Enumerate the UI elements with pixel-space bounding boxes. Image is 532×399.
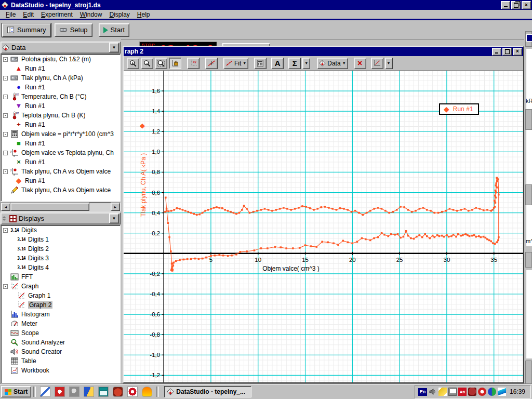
- tray-icon-z[interactable]: [498, 388, 506, 396]
- datastudio-task-button[interactable]: DataStudio - tepelny_...: [164, 386, 251, 397]
- tree-expander[interactable]: -: [3, 113, 8, 118]
- tray-icon-pencil[interactable]: [438, 388, 447, 396]
- menu-display[interactable]: Display: [105, 10, 133, 19]
- tray-icon-sync[interactable]: [478, 388, 486, 396]
- quicklaunch-icon-4[interactable]: [84, 387, 94, 397]
- data-run-item[interactable]: + Run #1: [1, 120, 120, 129]
- tray-icon-display[interactable]: [448, 388, 457, 396]
- data-item[interactable]: - Teplota plynu, Ch B (K): [1, 111, 120, 120]
- data-tree-hscrollbar[interactable]: ◄ ►: [1, 202, 121, 211]
- data-run-item[interactable]: ▼ Run #1: [1, 101, 120, 111]
- splitter-icon[interactable]: [2, 216, 6, 221]
- data-run-item[interactable]: ▲ Run #1: [1, 64, 120, 73]
- tree-expander[interactable]: -: [3, 76, 8, 81]
- tree-expander[interactable]: -: [3, 95, 8, 99]
- data-panel-header[interactable]: Data ▼: [1, 42, 121, 54]
- menu-edit[interactable]: Edit: [19, 10, 37, 19]
- summary-button[interactable]: Summary: [2, 23, 51, 37]
- zoom-in-button[interactable]: [127, 58, 139, 69]
- chart-canvas[interactable]: 1,61,41,21,00,80,60,40,2-0,2-0,4-0,6-0,8…: [124, 71, 523, 382]
- display-item[interactable]: Meter: [1, 319, 120, 328]
- display-item[interactable]: Sound Creator: [1, 347, 120, 356]
- quicklaunch-icon-8[interactable]: [142, 387, 152, 397]
- data-run-item[interactable]: ● Run #1: [1, 83, 120, 92]
- menu-help[interactable]: Help: [134, 10, 154, 19]
- main-titlebar[interactable]: DataStudio - tepelny_stroj1.ds ×: [0, 0, 532, 10]
- scroll-right-button[interactable]: ►: [111, 203, 120, 211]
- legend[interactable]: ◆ Run #1: [439, 103, 479, 115]
- setup-button[interactable]: Setup: [55, 23, 92, 37]
- smart-tool-button[interactable]: [205, 58, 218, 69]
- menu-experiment[interactable]: Experiment: [37, 10, 76, 19]
- display-item[interactable]: Graph 1: [1, 291, 120, 300]
- display-item[interactable]: - 3.14 Digits: [1, 225, 120, 235]
- graph-maximize-button[interactable]: [502, 48, 512, 56]
- keyboard-layout-indicator[interactable]: En: [418, 388, 427, 396]
- quicklaunch-icon-2[interactable]: [55, 387, 65, 397]
- displays-panel-header[interactable]: Displays ▼: [1, 212, 121, 224]
- calculate-tool-button[interactable]: [254, 58, 267, 69]
- display-item[interactable]: Histogram: [1, 310, 120, 319]
- data-dropdown-button[interactable]: ▼: [109, 43, 119, 52]
- tray-icon-network[interactable]: [488, 388, 496, 396]
- data-run-item[interactable]: ◆ Run #1: [1, 176, 120, 185]
- display-item[interactable]: Scope: [1, 328, 120, 338]
- graph-settings-button[interactable]: [371, 58, 383, 69]
- delete-button[interactable]: ×: [354, 58, 366, 69]
- graph-settings-dropdown[interactable]: ▼: [385, 58, 393, 69]
- graph-titlebar[interactable]: raph 2 ×: [124, 47, 523, 56]
- tree-expander[interactable]: -: [3, 169, 8, 174]
- zoom-out-button[interactable]: [141, 58, 153, 69]
- tray-icon-ati[interactable]: Ati: [458, 388, 467, 396]
- graph-minimize-button[interactable]: [492, 48, 501, 56]
- tree-expander[interactable]: -: [3, 57, 8, 62]
- tree-expander[interactable]: -: [3, 284, 8, 289]
- data-item[interactable]: - Objem valce vs Teplota plynu, Ch: [1, 148, 120, 157]
- menu-file[interactable]: File: [2, 10, 19, 19]
- plot-area[interactable]: 1,61,41,21,00,80,60,40,2-0,2-0,4-0,6-0,8…: [124, 71, 523, 382]
- menu-window[interactable]: Window: [76, 10, 106, 19]
- quicklaunch-icon-5[interactable]: [98, 387, 109, 397]
- restore-button[interactable]: [511, 1, 521, 9]
- display-item[interactable]: Workbook: [1, 366, 120, 375]
- displays-dropdown-button[interactable]: ▼: [109, 214, 119, 223]
- zoom-select-button[interactable]: [155, 58, 167, 69]
- data-item[interactable]: - Temperature, Ch B (°C): [1, 92, 120, 101]
- text-tool-button[interactable]: A: [271, 58, 284, 69]
- speaker-icon[interactable]: [429, 388, 437, 396]
- data-run-item[interactable]: × Run #1: [1, 157, 120, 167]
- quicklaunch-icon-3[interactable]: [69, 387, 79, 397]
- display-item[interactable]: Sound Analyzer: [1, 338, 120, 347]
- data-item[interactable]: Tlak plynu, Ch A vs Objem valce: [1, 185, 120, 195]
- display-item[interactable]: 3.14 Digits 2: [1, 244, 120, 254]
- data-item[interactable]: - Tlak plynu, Ch A vs Objem valce: [1, 167, 120, 176]
- close-button[interactable]: ×: [522, 1, 531, 9]
- tree-expander[interactable]: -: [3, 132, 8, 137]
- start-button[interactable]: Start: [99, 23, 129, 37]
- minimize-button[interactable]: [501, 1, 510, 9]
- start-menu-button[interactable]: Start: [1, 386, 31, 397]
- display-item-selected[interactable]: Graph 2: [1, 300, 120, 310]
- statistics-button[interactable]: Σ: [288, 58, 301, 69]
- data-item[interactable]: - Objem valce = pi*r*r*y*100 (cm^3: [1, 129, 120, 139]
- data-menu-button[interactable]: Data ▼: [317, 58, 348, 69]
- scale-to-fit-button[interactable]: [169, 58, 181, 69]
- data-run-item[interactable]: ■ Run #1: [1, 139, 120, 148]
- display-item[interactable]: FFT: [1, 272, 120, 282]
- data-item[interactable]: - Tlak plynu, Ch A (kPa): [1, 73, 120, 83]
- statistics-dropdown[interactable]: ▼: [302, 58, 310, 69]
- tray-icon-creature[interactable]: [468, 388, 476, 396]
- graph-close-button[interactable]: ×: [513, 48, 522, 56]
- data-item[interactable]: - Poloha pistu, Ch 1&2 (m): [1, 55, 120, 64]
- display-item[interactable]: 3.14 Digits 1: [1, 235, 120, 244]
- align-origin-button[interactable]: [187, 58, 200, 69]
- display-item[interactable]: - Graph: [1, 282, 120, 291]
- display-item[interactable]: 3.14 Digits 4: [1, 263, 120, 272]
- quicklaunch-icon-6[interactable]: [113, 387, 123, 397]
- fit-menu-button[interactable]: Fit ▼: [223, 58, 248, 69]
- quicklaunch-icon-1[interactable]: [40, 387, 50, 397]
- scroll-thumb[interactable]: [10, 203, 89, 211]
- tree-expander[interactable]: -: [3, 228, 8, 233]
- display-item[interactable]: 3.14 Digits 3: [1, 254, 120, 263]
- scroll-left-button[interactable]: ◄: [1, 203, 10, 211]
